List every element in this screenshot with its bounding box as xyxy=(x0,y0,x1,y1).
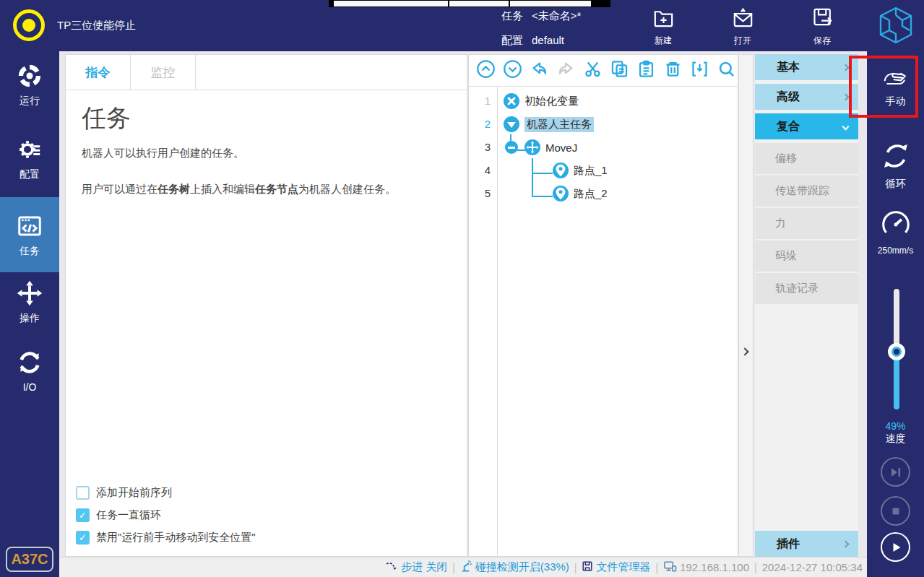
task-tree-panel: 1 2 3 4 5 初始化变量 机器人主任务 xyxy=(468,54,738,557)
play-button[interactable] xyxy=(881,532,910,562)
manual-mode-button[interactable]: 手动 xyxy=(867,67,924,108)
stop-button[interactable] xyxy=(881,496,910,526)
task-code-window-icon xyxy=(17,229,43,241)
new-task-button[interactable]: 新建 xyxy=(640,6,686,47)
variable-x-icon xyxy=(504,93,519,109)
copy-button[interactable] xyxy=(610,59,629,82)
network-address[interactable]: 192.168.1.100 xyxy=(663,560,749,575)
sidebar-item-io[interactable]: I/O xyxy=(0,350,59,393)
category-item-force[interactable]: 力 xyxy=(755,208,858,239)
tree-node-waypoint-1[interactable]: 路点_1 xyxy=(553,159,608,182)
category-advanced[interactable]: 高级 xyxy=(755,84,858,110)
collision-detect-status[interactable]: 碰撞检测开启(33%) xyxy=(460,560,569,575)
io-loop-icon xyxy=(17,365,43,378)
move-down-button[interactable] xyxy=(503,59,522,82)
step-icon xyxy=(385,561,398,573)
top-header: TP三位使能停止 任务 <未命名>* 配置 default 新建 打开 保存 xyxy=(0,0,924,51)
checkbox-box[interactable]: ✓ xyxy=(76,508,90,522)
tab-instruction[interactable]: 指令 xyxy=(66,55,131,90)
cut-button[interactable] xyxy=(583,59,603,82)
open-task-button[interactable]: 打开 xyxy=(720,6,766,47)
description-line-1: 机器人可以执行用户创建的任务。 xyxy=(82,145,449,161)
description-line-2: 用户可以通过在任务树上插入和编辑任务节点为机器人创建任务。 xyxy=(82,181,449,197)
checkbox-box[interactable]: ✓ xyxy=(76,531,90,545)
search-button[interactable] xyxy=(717,59,736,82)
collapse-minus-icon[interactable] xyxy=(505,141,518,154)
enable-status-text: TP三位使能停止 xyxy=(57,19,136,32)
waypoint-pin-icon xyxy=(553,162,569,178)
move-cross-icon xyxy=(17,296,43,308)
chevron-right-icon xyxy=(842,64,850,71)
command-category-panel: 基本 高级 复合 偏移 传送带跟踪 力 码垛 轨迹记录 插件 xyxy=(755,54,858,557)
delete-button[interactable] xyxy=(663,59,683,82)
category-plugin[interactable]: 插件 xyxy=(755,531,858,557)
speed-label: 速度 xyxy=(867,433,924,446)
category-item-conveyor[interactable]: 传送带跟踪 xyxy=(755,175,858,207)
floppy-icon xyxy=(582,560,593,574)
checkbox-disable-safe-move[interactable]: ✓ 禁用"运行前手动移动到安全位置" xyxy=(76,526,256,549)
status-bar: 步进 关闭 | 碰撞检测开启(33%) | 文件管理器 | 192.168.1.… xyxy=(59,557,867,577)
sidebar-item-task[interactable]: 任务 xyxy=(0,197,59,272)
category-item-offset[interactable]: 偏移 xyxy=(755,143,858,174)
config-value: default xyxy=(532,31,564,50)
speed-gauge-button[interactable]: 250mm/s xyxy=(867,209,924,256)
speed-slider-thumb[interactable] xyxy=(888,343,905,360)
tree-node-waypoint-2[interactable]: 路点_2 xyxy=(553,182,608,205)
speed-slider-track-upper[interactable] xyxy=(894,289,899,352)
category-item-track-record[interactable]: 轨迹记录 xyxy=(755,273,858,304)
config-label: 配置 xyxy=(501,31,523,50)
page-title: 任务 xyxy=(82,102,449,135)
left-nav-rail: 运行 配置 任务 操作 I/O A37C xyxy=(0,51,59,577)
speed-percent: 49% xyxy=(867,420,924,432)
panel-expand-strip[interactable] xyxy=(738,54,754,557)
file-manager-link[interactable]: 文件管理器 xyxy=(582,560,650,574)
tree-node-movej[interactable]: MoveJ xyxy=(505,136,577,159)
expand-right-icon[interactable] xyxy=(741,347,748,355)
save-icon xyxy=(811,6,834,32)
move-cross-icon xyxy=(524,139,540,155)
task-config-meta: 任务 <未命名>* 配置 default xyxy=(501,6,581,56)
tree-toolbar xyxy=(469,55,738,87)
save-task-button[interactable]: 保存 xyxy=(799,6,845,47)
right-control-rail: 手动 循环 250mm/s 49% 速度 xyxy=(867,51,924,577)
category-basic[interactable]: 基本 xyxy=(755,54,858,80)
loop-mode-button[interactable]: 循环 xyxy=(867,139,924,191)
task-options: 添加开始前序列 ✓ 任务一直循环 ✓ 禁用"运行前手动移动到安全位置" xyxy=(76,482,256,549)
hand-icon xyxy=(881,80,910,92)
tree-connector xyxy=(532,196,553,197)
redo-button[interactable] xyxy=(556,59,576,82)
chevron-right-icon xyxy=(842,540,850,547)
robot-id-badge[interactable]: A37C xyxy=(6,547,53,572)
datetime-status: 2024-12-27 10:05:34 xyxy=(762,561,863,573)
brand-cube-logo xyxy=(877,6,915,45)
insert-between-button[interactable] xyxy=(690,59,709,82)
open-file-icon xyxy=(731,6,755,32)
move-up-button[interactable] xyxy=(476,59,496,82)
panel-tabbar: 指令 监控 xyxy=(66,55,467,90)
task-name-value: <未命名>* xyxy=(532,6,581,25)
step-forward-button[interactable] xyxy=(881,457,910,487)
task-label: 任务 xyxy=(501,6,523,25)
chevron-down-icon xyxy=(842,123,850,130)
sidebar-item-jog[interactable]: 操作 xyxy=(0,280,59,325)
tab-monitor[interactable]: 监控 xyxy=(131,55,196,90)
network-monitor-icon xyxy=(663,560,677,575)
tree-node-init-vars[interactable]: 初始化变量 xyxy=(504,90,579,113)
sidebar-item-run[interactable]: 运行 xyxy=(0,63,59,108)
task-description-panel: 指令 监控 任务 机器人可以执行用户创建的任务。 用户可以通过在任务树上插入和编… xyxy=(65,54,467,557)
category-composite[interactable]: 复合 xyxy=(755,113,858,139)
undo-button[interactable] xyxy=(530,59,549,82)
collision-icon xyxy=(460,560,472,575)
checkbox-loop-forever[interactable]: ✓ 任务一直循环 xyxy=(76,504,256,526)
overlapping-window-edge xyxy=(329,0,610,7)
checkbox-box[interactable] xyxy=(76,486,90,500)
step-mode-status[interactable]: 步进 关闭 xyxy=(385,560,447,574)
tree-node-main-task[interactable]: 机器人主任务 xyxy=(504,113,594,136)
category-item-palletizing[interactable]: 码垛 xyxy=(755,240,858,272)
collapse-triangle-icon[interactable] xyxy=(504,116,519,132)
sidebar-item-config[interactable]: 配置 xyxy=(0,136,59,181)
paste-button[interactable] xyxy=(636,59,656,82)
speed-slider-track-lower[interactable] xyxy=(894,352,899,409)
checkbox-pre-sequence[interactable]: 添加开始前序列 xyxy=(76,482,256,504)
waypoint-pin-icon xyxy=(553,186,569,201)
